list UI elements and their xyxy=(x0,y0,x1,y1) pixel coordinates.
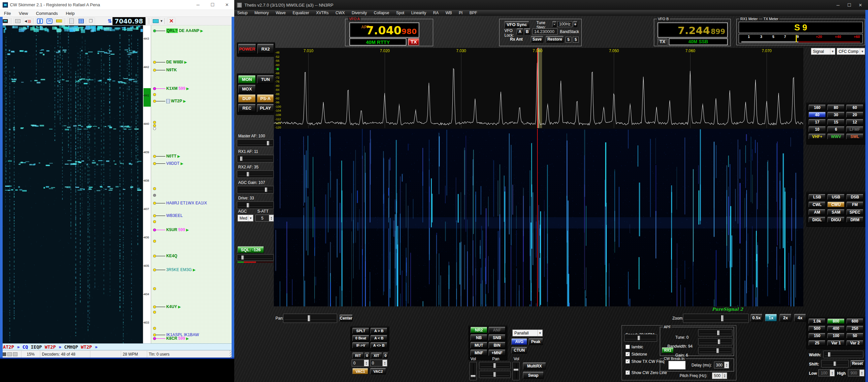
split-button[interactable]: A > B xyxy=(371,328,387,334)
play-button[interactable]: PLAY xyxy=(257,104,274,112)
xit-stepper[interactable]: 0 ▲▼ xyxy=(370,359,387,366)
skimmer-decode-bar[interactable]: AT2P » CQ IEQP WT2P » CMHQP WT2P » xyxy=(1,343,233,350)
power-button[interactable]: POWER xyxy=(238,44,256,54)
band-button[interactable]: 160 xyxy=(809,105,826,110)
stepper-arrows-icon[interactable]: ▲▼ xyxy=(382,360,387,366)
mode-button[interactable]: SAM xyxy=(828,209,844,215)
band-button[interactable]: 40 xyxy=(809,112,826,118)
tx-meter-mode-select[interactable]: CFC Comp▼ xyxy=(837,48,865,55)
monitor-button[interactable]: ❐ xyxy=(87,18,95,25)
log-button[interactable] xyxy=(67,18,76,25)
menu-item[interactable]: Spot xyxy=(396,10,404,15)
mode-button[interactable]: SPEC xyxy=(846,209,863,215)
call-row[interactable] xyxy=(151,186,156,191)
dsp-button[interactable]: NB xyxy=(470,334,487,341)
menu-item[interactable]: RA xyxy=(433,10,439,15)
menu-item[interactable]: View xyxy=(19,11,28,16)
vac2-button[interactable]: VAC2 xyxy=(370,368,386,374)
call-row[interactable] xyxy=(151,92,156,97)
filter-button[interactable]: 600 xyxy=(846,319,863,324)
call-row[interactable]: K1XM 599▶ xyxy=(151,86,189,91)
filter-button[interactable]: 100 xyxy=(828,333,844,339)
menu-item[interactable]: CWX xyxy=(336,10,345,15)
band-button[interactable]: WWV xyxy=(828,134,844,139)
band-button[interactable]: 17 xyxy=(809,119,826,125)
mode-button[interactable]: DIGL xyxy=(809,217,826,223)
mox-button[interactable]: MOX xyxy=(238,85,256,93)
key-mode-button[interactable] xyxy=(151,18,160,25)
band-button[interactable]: 60 xyxy=(846,105,863,110)
panadapter-waterfall[interactable] xyxy=(274,129,803,306)
zoom-preset-button[interactable]: 4x xyxy=(794,314,806,322)
call-row[interactable]: V8DDT▶ xyxy=(151,161,183,166)
menu-item[interactable]: Collapse xyxy=(374,10,389,15)
menu-item[interactable]: Setup xyxy=(237,10,247,15)
call-row[interactable] xyxy=(151,126,156,131)
rec-button[interactable]: REC xyxy=(238,104,256,112)
apf-tune-slider[interactable] xyxy=(698,329,733,336)
skimmer-frequency-display[interactable]: 7040.98 xyxy=(113,17,146,25)
split-button[interactable]: IF->V xyxy=(352,342,369,348)
delay-stepper[interactable]: 300 ▲▼ xyxy=(714,361,729,369)
mode-button[interactable]: AM xyxy=(809,209,826,215)
bandstack-index[interactable]: 5 xyxy=(573,37,579,42)
split-button[interactable]: A < B xyxy=(371,335,387,341)
chevron-down-icon[interactable]: ▼ xyxy=(160,19,163,23)
stepper-arrows-icon[interactable]: ▲▼ xyxy=(830,370,834,376)
split-button[interactable]: A <> B xyxy=(371,342,387,348)
menu-item[interactable]: Diversity xyxy=(352,10,367,15)
tune-step-plus-button[interactable]: + xyxy=(573,21,577,27)
minimize-icon[interactable]: ─ xyxy=(191,0,205,9)
filter-button[interactable]: 1.0k xyxy=(809,319,826,324)
skimmer-waterfall[interactable] xyxy=(3,25,143,343)
call-row[interactable]: K5UR 599▶ xyxy=(151,227,189,232)
menu-item[interactable]: Memory xyxy=(254,10,269,15)
cw-speed-slider[interactable] xyxy=(624,334,657,342)
menu-item[interactable]: BPF xyxy=(469,10,477,15)
rx2-vol-slider[interactable] xyxy=(513,362,520,380)
rit-stepper[interactable]: 0 ▲▼ xyxy=(352,359,369,366)
zoom-preset-button[interactable]: 0.5x xyxy=(750,314,763,322)
menu-item[interactable]: WB xyxy=(445,10,452,15)
meter-mode-select[interactable]: Signal▼ xyxy=(811,48,835,55)
menu-item[interactable]: XVTRs xyxy=(316,10,329,15)
telnet-button[interactable] xyxy=(77,18,86,25)
band-button[interactable]: 12 xyxy=(846,119,863,125)
call-row[interactable] xyxy=(151,193,156,198)
panadapter-spectrum[interactable]: 7.0107.0207.0307.0407.0507.0607.070 -48-… xyxy=(274,48,803,129)
apf-gain-slider[interactable] xyxy=(698,347,733,354)
filter-low-stepper[interactable]: 100 ▲▼ xyxy=(818,370,835,376)
mode-button[interactable]: DSB xyxy=(846,194,863,200)
tune-arrows-icon[interactable]: ⇅ xyxy=(107,18,112,24)
center-button[interactable]: Center xyxy=(339,315,353,322)
filter-button[interactable]: 400 xyxy=(828,326,844,331)
call-row[interactable]: WT2P▶ xyxy=(151,98,186,104)
restore-button[interactable]: Restore xyxy=(546,36,564,42)
sidetone-checkbox[interactable]: Sidetone xyxy=(625,352,647,357)
skimmer-frequency-scale[interactable]: 043042041040039038037036035034033 xyxy=(143,25,151,343)
ctun-button[interactable]: CTUN xyxy=(512,347,527,354)
call-row[interactable]: WB3EEL xyxy=(151,213,183,218)
zoom-preset-button[interactable]: 2x xyxy=(780,314,792,322)
dsp-button[interactable]: MNF xyxy=(470,350,487,356)
apf-rx1-button[interactable]: RX1 xyxy=(662,347,674,353)
dsp-button[interactable]: ANF xyxy=(489,327,505,333)
rx2-pan-slider[interactable] xyxy=(479,371,511,378)
dsp-button[interactable]: BIN xyxy=(489,342,505,348)
menu-item[interactable]: Help xyxy=(66,11,74,16)
squelch-button[interactable]: SQL: -126 xyxy=(238,246,264,253)
filter-high-stepper[interactable]: 900 ▲▼ xyxy=(848,370,864,376)
stepper-arrows-icon[interactable]: ▲▼ xyxy=(364,360,369,366)
mon-button[interactable]: MON xyxy=(238,75,256,84)
band-button[interactable]: VHF+ xyxy=(809,134,826,139)
skimmer-call-list[interactable]: QRL? DE AA4NP▶DE W8BI▶N9TKK1XM 599▶WT2P▶… xyxy=(151,25,231,343)
call-row[interactable] xyxy=(151,219,156,224)
vfo-lock-a-button[interactable]: A xyxy=(517,28,523,35)
rit-zero-button[interactable]: 0 xyxy=(365,353,370,358)
band-button[interactable]: LFMF xyxy=(846,126,863,132)
call-row[interactable] xyxy=(151,286,156,291)
save-button[interactable]: Save xyxy=(531,36,544,42)
band-button[interactable]: 6 xyxy=(828,126,844,132)
menu-item[interactable]: Wave xyxy=(276,10,286,15)
dsp-button[interactable]: +MNF xyxy=(489,350,505,356)
